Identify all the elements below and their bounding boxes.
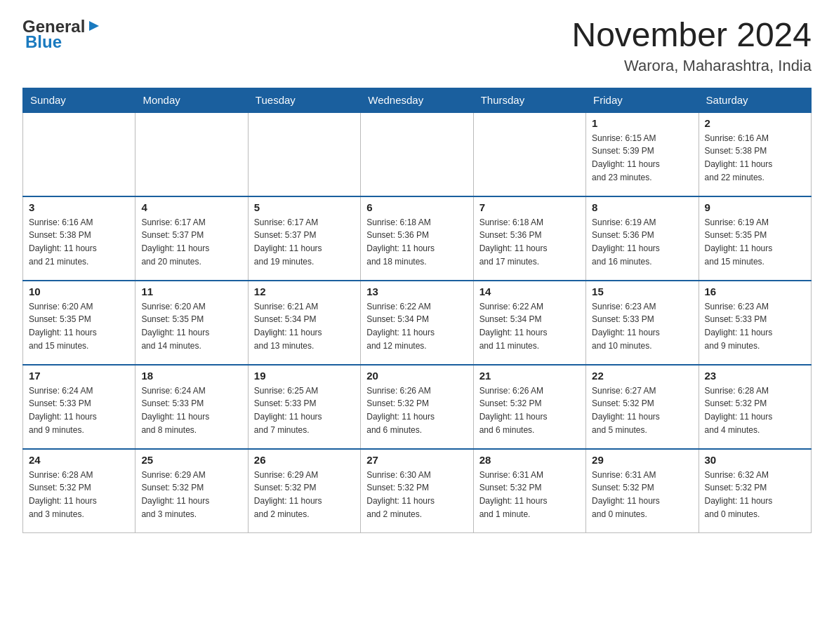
day-info: Sunrise: 6:32 AM Sunset: 5:32 PM Dayligh… [705, 469, 805, 521]
day-info: Sunrise: 6:24 AM Sunset: 5:33 PM Dayligh… [29, 384, 129, 436]
day-info: Sunrise: 6:30 AM Sunset: 5:32 PM Dayligh… [366, 469, 467, 521]
day-info: Sunrise: 6:28 AM Sunset: 5:32 PM Dayligh… [705, 384, 805, 436]
calendar-cell [361, 112, 473, 196]
week-row-5: 24Sunrise: 6:28 AM Sunset: 5:32 PM Dayli… [23, 449, 812, 533]
logo-blue: Blue [25, 32, 62, 52]
day-info: Sunrise: 6:28 AM Sunset: 5:32 PM Dayligh… [29, 469, 129, 521]
calendar-cell: 23Sunrise: 6:28 AM Sunset: 5:32 PM Dayli… [699, 365, 811, 449]
svg-marker-0 [89, 21, 99, 31]
day-number: 10 [29, 286, 129, 297]
calendar-cell: 4Sunrise: 6:17 AM Sunset: 5:37 PM Daylig… [135, 196, 248, 281]
calendar-cell: 2Sunrise: 6:16 AM Sunset: 5:38 PM Daylig… [699, 112, 811, 196]
calendar-cell [473, 112, 585, 196]
day-info: Sunrise: 6:15 AM Sunset: 5:39 PM Dayligh… [592, 132, 692, 184]
day-info: Sunrise: 6:22 AM Sunset: 5:34 PM Dayligh… [366, 300, 467, 352]
weekday-header-tuesday: Tuesday [248, 88, 360, 112]
day-number: 26 [254, 454, 355, 466]
day-number: 30 [705, 454, 805, 466]
day-number: 6 [366, 201, 467, 213]
day-info: Sunrise: 6:17 AM Sunset: 5:37 PM Dayligh… [254, 216, 355, 268]
day-number: 27 [366, 454, 467, 466]
day-info: Sunrise: 6:18 AM Sunset: 5:36 PM Dayligh… [479, 216, 580, 268]
month-title: November 2024 [571, 17, 812, 54]
day-number: 28 [479, 454, 580, 466]
calendar-cell: 29Sunrise: 6:31 AM Sunset: 5:32 PM Dayli… [586, 449, 699, 533]
day-number: 13 [366, 286, 467, 297]
calendar-cell: 24Sunrise: 6:28 AM Sunset: 5:32 PM Dayli… [23, 449, 135, 533]
weekday-header-friday: Friday [586, 88, 699, 112]
day-number: 5 [254, 201, 355, 213]
calendar-cell: 19Sunrise: 6:25 AM Sunset: 5:33 PM Dayli… [248, 365, 360, 449]
calendar-cell: 1Sunrise: 6:15 AM Sunset: 5:39 PM Daylig… [586, 112, 699, 196]
logo: General Blue [22, 17, 102, 52]
calendar-cell: 3Sunrise: 6:16 AM Sunset: 5:38 PM Daylig… [23, 196, 135, 281]
day-info: Sunrise: 6:21 AM Sunset: 5:34 PM Dayligh… [254, 300, 355, 352]
day-info: Sunrise: 6:29 AM Sunset: 5:32 PM Dayligh… [254, 469, 355, 521]
day-number: 12 [254, 286, 355, 297]
week-row-3: 10Sunrise: 6:20 AM Sunset: 5:35 PM Dayli… [23, 281, 812, 365]
weekday-header-sunday: Sunday [23, 88, 135, 112]
day-info: Sunrise: 6:16 AM Sunset: 5:38 PM Dayligh… [705, 132, 805, 184]
calendar-cell: 17Sunrise: 6:24 AM Sunset: 5:33 PM Dayli… [23, 365, 135, 449]
day-number: 24 [29, 454, 129, 466]
calendar-cell [23, 112, 135, 196]
calendar-cell: 13Sunrise: 6:22 AM Sunset: 5:34 PM Dayli… [361, 281, 473, 365]
day-number: 20 [366, 370, 467, 382]
day-number: 23 [705, 370, 805, 382]
day-info: Sunrise: 6:27 AM Sunset: 5:32 PM Dayligh… [592, 384, 692, 436]
calendar-cell: 21Sunrise: 6:26 AM Sunset: 5:32 PM Dayli… [473, 365, 585, 449]
day-info: Sunrise: 6:31 AM Sunset: 5:32 PM Dayligh… [479, 469, 580, 521]
day-info: Sunrise: 6:26 AM Sunset: 5:32 PM Dayligh… [479, 384, 580, 436]
calendar-cell: 14Sunrise: 6:22 AM Sunset: 5:34 PM Dayli… [473, 281, 585, 365]
day-number: 4 [141, 201, 241, 213]
day-info: Sunrise: 6:25 AM Sunset: 5:33 PM Dayligh… [254, 384, 355, 436]
logo-area: General Blue [22, 17, 102, 52]
day-info: Sunrise: 6:23 AM Sunset: 5:33 PM Dayligh… [592, 300, 692, 352]
day-number: 1 [592, 117, 692, 129]
page-header: General Blue November 2024 Warora, Mahar… [22, 17, 812, 75]
day-number: 7 [479, 201, 580, 213]
day-number: 22 [592, 370, 692, 382]
logo-arrow-icon [86, 18, 102, 34]
calendar-cell: 9Sunrise: 6:19 AM Sunset: 5:35 PM Daylig… [699, 196, 811, 281]
calendar-cell: 7Sunrise: 6:18 AM Sunset: 5:36 PM Daylig… [473, 196, 585, 281]
calendar-cell: 10Sunrise: 6:20 AM Sunset: 5:35 PM Dayli… [23, 281, 135, 365]
day-info: Sunrise: 6:18 AM Sunset: 5:36 PM Dayligh… [366, 216, 467, 268]
day-info: Sunrise: 6:19 AM Sunset: 5:35 PM Dayligh… [705, 216, 805, 268]
day-number: 11 [141, 286, 241, 297]
day-number: 21 [479, 370, 580, 382]
weekday-header-saturday: Saturday [699, 88, 811, 112]
calendar-cell: 5Sunrise: 6:17 AM Sunset: 5:37 PM Daylig… [248, 196, 360, 281]
day-number: 14 [479, 286, 580, 297]
location-title: Warora, Maharashtra, India [571, 57, 812, 75]
day-info: Sunrise: 6:24 AM Sunset: 5:33 PM Dayligh… [141, 384, 241, 436]
day-info: Sunrise: 6:16 AM Sunset: 5:38 PM Dayligh… [29, 216, 129, 268]
calendar-cell: 30Sunrise: 6:32 AM Sunset: 5:32 PM Dayli… [699, 449, 811, 533]
week-row-2: 3Sunrise: 6:16 AM Sunset: 5:38 PM Daylig… [23, 196, 812, 281]
weekday-header-monday: Monday [135, 88, 248, 112]
title-area: November 2024 Warora, Maharashtra, India [571, 17, 812, 75]
day-info: Sunrise: 6:26 AM Sunset: 5:32 PM Dayligh… [366, 384, 467, 436]
week-row-4: 17Sunrise: 6:24 AM Sunset: 5:33 PM Dayli… [23, 365, 812, 449]
calendar-cell: 12Sunrise: 6:21 AM Sunset: 5:34 PM Dayli… [248, 281, 360, 365]
calendar-cell: 18Sunrise: 6:24 AM Sunset: 5:33 PM Dayli… [135, 365, 248, 449]
day-number: 9 [705, 201, 805, 213]
day-info: Sunrise: 6:29 AM Sunset: 5:32 PM Dayligh… [141, 469, 241, 521]
day-info: Sunrise: 6:19 AM Sunset: 5:36 PM Dayligh… [592, 216, 692, 268]
calendar-cell: 16Sunrise: 6:23 AM Sunset: 5:33 PM Dayli… [699, 281, 811, 365]
day-info: Sunrise: 6:23 AM Sunset: 5:33 PM Dayligh… [705, 300, 805, 352]
day-info: Sunrise: 6:20 AM Sunset: 5:35 PM Dayligh… [29, 300, 129, 352]
day-number: 29 [592, 454, 692, 466]
calendar-cell: 25Sunrise: 6:29 AM Sunset: 5:32 PM Dayli… [135, 449, 248, 533]
calendar-cell: 15Sunrise: 6:23 AM Sunset: 5:33 PM Dayli… [586, 281, 699, 365]
calendar-cell: 20Sunrise: 6:26 AM Sunset: 5:32 PM Dayli… [361, 365, 473, 449]
week-row-1: 1Sunrise: 6:15 AM Sunset: 5:39 PM Daylig… [23, 112, 812, 196]
calendar-cell [135, 112, 248, 196]
weekday-header-thursday: Thursday [473, 88, 585, 112]
calendar-cell [248, 112, 360, 196]
calendar-cell: 22Sunrise: 6:27 AM Sunset: 5:32 PM Dayli… [586, 365, 699, 449]
weekday-header-wednesday: Wednesday [361, 88, 473, 112]
calendar-cell: 26Sunrise: 6:29 AM Sunset: 5:32 PM Dayli… [248, 449, 360, 533]
day-number: 18 [141, 370, 241, 382]
day-info: Sunrise: 6:22 AM Sunset: 5:34 PM Dayligh… [479, 300, 580, 352]
